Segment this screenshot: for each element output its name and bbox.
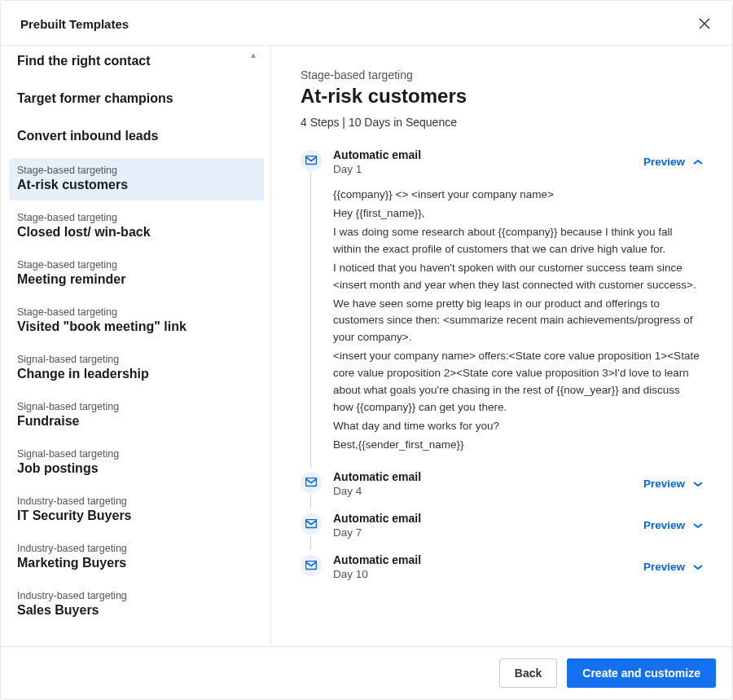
template-item[interactable]: Industry-based targetingMarketing Buyers <box>9 536 264 579</box>
preview-label: Preview <box>643 561 685 573</box>
template-item-name: Meeting reminder <box>17 272 256 287</box>
modal-body: ▲ Find the right contactTarget former ch… <box>1 46 732 646</box>
template-item[interactable]: Stage-based targetingMeeting reminder <box>9 253 264 295</box>
template-item[interactable]: Stage-based targetingClosed lost/ win-ba… <box>9 205 264 248</box>
template-item[interactable]: Stage-based targetingAt-risk customers <box>9 158 264 200</box>
template-item[interactable]: Industry-based targetingSales Buyers <box>9 583 264 626</box>
back-button[interactable]: Back <box>499 658 557 688</box>
step-title: Automatic email <box>333 148 421 161</box>
modal-header: Prebuilt Templates <box>1 1 732 46</box>
chevron-down-icon <box>693 478 703 490</box>
step-connector <box>310 495 311 508</box>
template-item-category: Signal-based targeting <box>17 354 256 365</box>
template-item-category: Stage-based targeting <box>17 259 256 271</box>
step-day: Day 4 <box>333 485 421 497</box>
step-title: Automatic email <box>333 470 421 483</box>
template-item-name: Convert inbound leads <box>17 129 256 143</box>
step-body-line: Hey {{first_name}}, <box>333 205 703 222</box>
template-item-name: Marketing Buyers <box>17 556 256 570</box>
template-item[interactable]: Convert inbound leads <box>9 121 264 153</box>
create-and-customize-button[interactable]: Create and customize <box>567 658 716 688</box>
template-item[interactable]: Stage-based targetingVisited "book meeti… <box>9 300 264 342</box>
step-body-line: {{company}} <> <insert your company name… <box>333 187 703 204</box>
template-item[interactable]: Signal-based targetingFundraise <box>9 394 264 437</box>
template-item[interactable]: Industry-based targetingIT Security Buye… <box>9 489 264 531</box>
step-header: Automatic emailDay 1Preview <box>333 148 703 175</box>
template-item-category: Industry-based targeting <box>17 590 256 601</box>
template-item-category: Signal-based targeting <box>17 401 256 412</box>
mail-icon <box>301 150 322 171</box>
template-item-category: Industry-based targeting <box>17 495 256 507</box>
sequence-step: Automatic emailDay 10Preview <box>301 553 703 595</box>
template-item-name: Sales Buyers <box>17 603 256 618</box>
template-item-name: At-risk customers <box>17 178 256 192</box>
preview-toggle[interactable]: Preview <box>643 519 703 531</box>
preview-toggle[interactable]: Preview <box>643 156 703 168</box>
close-button[interactable] <box>693 12 716 35</box>
step-body: {{company}} <> <insert your company name… <box>333 187 703 454</box>
sequence-step: Automatic emailDay 4Preview <box>301 470 703 512</box>
template-item[interactable]: Target former champions <box>9 83 264 116</box>
preview-toggle[interactable]: Preview <box>643 561 703 573</box>
template-item[interactable]: Find the right contact <box>9 46 264 78</box>
step-header: Automatic emailDay 10Preview <box>333 553 703 580</box>
template-item-name: Change in leadership <box>17 367 256 381</box>
mail-icon <box>301 555 322 576</box>
template-item-name: Target former champions <box>17 91 256 106</box>
step-day: Day 1 <box>333 163 421 175</box>
template-item-category: Stage-based targeting <box>17 306 256 318</box>
preview-label: Preview <box>643 156 685 168</box>
preview-toggle[interactable]: Preview <box>643 478 703 490</box>
chevron-up-icon <box>693 156 703 168</box>
step-header: Automatic emailDay 4Preview <box>333 470 703 497</box>
modal-title: Prebuilt Templates <box>20 17 129 31</box>
mail-icon <box>301 513 322 535</box>
step-title: Automatic email <box>333 553 421 566</box>
template-item-category: Signal-based targeting <box>17 448 256 460</box>
step-body-line: What day and time works for you? <box>333 418 703 435</box>
step-title: Automatic email <box>333 512 421 525</box>
template-item[interactable]: Signal-based targetingJob postings <box>9 442 264 484</box>
step-body-line: Best,{{sender_first_name}} <box>333 437 703 454</box>
template-item-name: IT Security Buyers <box>17 508 256 523</box>
modal-footer: Back Create and customize <box>1 646 732 699</box>
template-item-name: Find the right contact <box>17 54 256 68</box>
sequence-step: Automatic emailDay 7Preview <box>301 512 703 553</box>
step-header: Automatic emailDay 7Preview <box>333 512 703 539</box>
scroll-up-icon: ▲ <box>249 51 257 59</box>
detail-meta: 4 Steps | 10 Days in Sequence <box>301 116 703 129</box>
template-item-name: Visited "book meeting" link <box>17 319 256 334</box>
template-detail: Stage-based targeting At-risk customers … <box>271 46 732 646</box>
template-item-name: Closed lost/ win-back <box>17 225 256 240</box>
template-item[interactable]: Signal-based targetingChange in leadersh… <box>9 347 264 390</box>
step-day: Day 10 <box>333 568 421 580</box>
template-sidebar[interactable]: ▲ Find the right contactTarget former ch… <box>1 46 271 646</box>
mail-icon <box>301 472 322 493</box>
detail-title: At-risk customers <box>301 85 703 108</box>
step-body-line: <insert your company name> offers:<State… <box>333 348 703 416</box>
preview-label: Preview <box>643 519 685 531</box>
close-icon <box>699 18 710 29</box>
template-item-name: Job postings <box>17 461 256 476</box>
step-day: Day 7 <box>333 526 421 539</box>
step-body-line: We have seen some pretty big leaps in ou… <box>333 296 703 347</box>
chevron-down-icon <box>693 561 703 573</box>
template-item-name: Fundraise <box>17 414 256 429</box>
step-connector <box>310 173 311 467</box>
step-body-line: I noticed that you haven't spoken with o… <box>333 260 703 294</box>
chevron-down-icon <box>693 519 703 531</box>
step-connector <box>310 536 311 550</box>
step-body-line: I was doing some research about {{compan… <box>333 224 703 258</box>
template-item-category: Industry-based targeting <box>17 543 256 554</box>
sequence-steps: Automatic emailDay 1Preview{{company}} <… <box>301 148 703 595</box>
sequence-step: Automatic emailDay 1Preview{{company}} <… <box>301 148 703 470</box>
preview-label: Preview <box>643 478 685 490</box>
template-item-category: Stage-based targeting <box>17 165 256 176</box>
template-item-category: Stage-based targeting <box>17 212 256 223</box>
detail-category: Stage-based targeting <box>301 68 703 81</box>
